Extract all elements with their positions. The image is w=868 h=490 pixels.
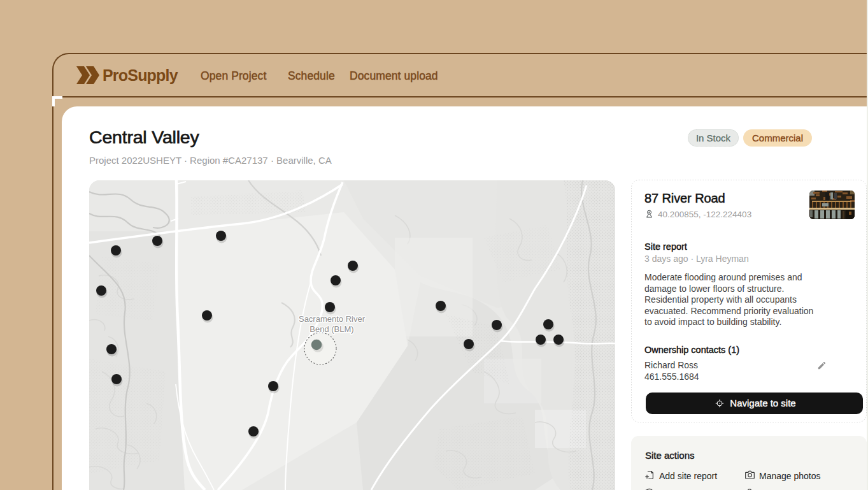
svg-text:ProSupply: ProSupply <box>103 66 178 84</box>
svg-text:Sacramento River: Sacramento River <box>299 314 366 324</box>
svg-text:Bend (BLM): Bend (BLM) <box>309 324 353 334</box>
